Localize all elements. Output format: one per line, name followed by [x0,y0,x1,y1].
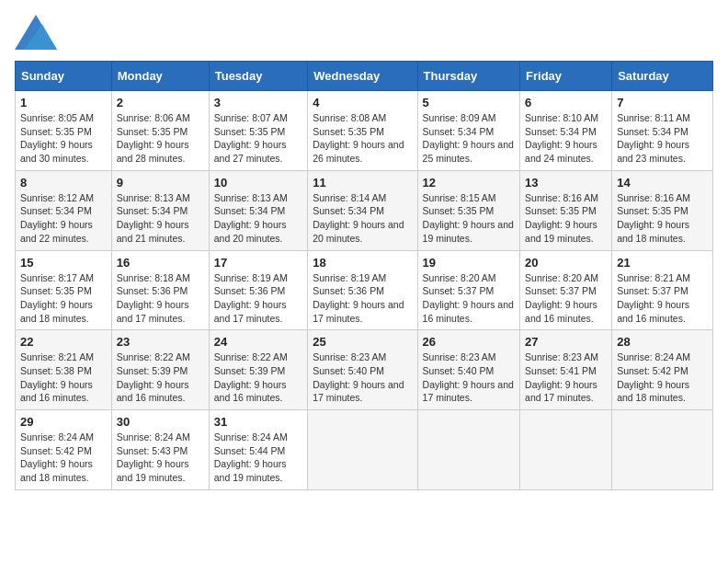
calendar-cell: 19 Sunrise: 8:20 AMSunset: 5:37 PMDaylig… [417,250,519,330]
day-number: 4 [313,96,412,109]
calendar-cell: 24 Sunrise: 8:22 AMSunset: 5:39 PMDaylig… [209,330,308,410]
day-detail: Sunrise: 8:18 AMSunset: 5:36 PMDaylight:… [117,272,190,324]
calendar-cell: 21 Sunrise: 8:21 AMSunset: 5:37 PMDaylig… [612,250,713,330]
header-cell-tuesday: Tuesday [209,62,308,91]
header-cell-friday: Friday [520,62,612,91]
calendar-cell: 17 Sunrise: 8:19 AMSunset: 5:36 PMDaylig… [209,250,308,330]
calendar-cell: 1 Sunrise: 8:05 AMSunset: 5:35 PMDayligh… [16,91,112,171]
calendar-cell: 23 Sunrise: 8:22 AMSunset: 5:39 PMDaylig… [111,330,209,410]
day-number: 9 [117,176,204,190]
calendar-cell: 5 Sunrise: 8:09 AMSunset: 5:34 PMDayligh… [417,91,519,171]
day-detail: Sunrise: 8:16 AMSunset: 5:35 PMDaylight:… [525,192,598,244]
day-detail: Sunrise: 8:19 AMSunset: 5:36 PMDaylight:… [313,272,404,324]
day-number: 7 [617,96,708,109]
day-number: 23 [117,335,204,349]
calendar-cell: 14 Sunrise: 8:16 AMSunset: 5:35 PMDaylig… [612,170,713,250]
day-number: 13 [525,176,607,190]
calendar-cell: 13 Sunrise: 8:16 AMSunset: 5:35 PMDaylig… [520,170,612,250]
day-number: 14 [617,176,708,190]
calendar-cell: 2 Sunrise: 8:06 AMSunset: 5:35 PMDayligh… [111,91,209,171]
day-number: 27 [525,335,607,349]
calendar-cell: 9 Sunrise: 8:13 AMSunset: 5:34 PMDayligh… [111,170,209,250]
calendar-header-row: SundayMondayTuesdayWednesdayThursdayFrid… [16,62,713,91]
day-detail: Sunrise: 8:22 AMSunset: 5:39 PMDaylight:… [214,351,288,403]
day-number: 24 [214,335,303,349]
calendar-cell: 8 Sunrise: 8:12 AMSunset: 5:34 PMDayligh… [16,170,112,250]
calendar-cell: 20 Sunrise: 8:20 AMSunset: 5:37 PMDaylig… [520,250,612,330]
day-detail: Sunrise: 8:17 AMSunset: 5:35 PMDaylight:… [20,272,94,324]
day-number: 15 [20,256,107,270]
day-number: 17 [214,256,303,270]
day-detail: Sunrise: 8:24 AMSunset: 5:43 PMDaylight:… [117,431,190,483]
calendar-cell: 6 Sunrise: 8:10 AMSunset: 5:34 PMDayligh… [520,91,612,171]
day-number: 1 [20,96,107,109]
calendar-cell: 12 Sunrise: 8:15 AMSunset: 5:35 PMDaylig… [417,170,519,250]
calendar-cell: 31 Sunrise: 8:24 AMSunset: 5:44 PMDaylig… [209,410,308,490]
calendar-week-row: 1 Sunrise: 8:05 AMSunset: 5:35 PMDayligh… [16,91,713,171]
calendar-week-row: 29 Sunrise: 8:24 AMSunset: 5:42 PMDaylig… [16,410,713,490]
day-detail: Sunrise: 8:20 AMSunset: 5:37 PMDaylight:… [423,272,514,324]
day-number: 11 [313,176,412,190]
day-number: 10 [214,176,303,190]
day-detail: Sunrise: 8:23 AMSunset: 5:41 PMDaylight:… [525,351,598,403]
header-cell-thursday: Thursday [417,62,519,91]
calendar-cell: 10 Sunrise: 8:13 AMSunset: 5:34 PMDaylig… [209,170,308,250]
day-detail: Sunrise: 8:24 AMSunset: 5:42 PMDaylight:… [20,431,94,483]
day-detail: Sunrise: 8:12 AMSunset: 5:34 PMDaylight:… [20,192,94,244]
day-detail: Sunrise: 8:11 AMSunset: 5:34 PMDaylight:… [617,112,690,164]
day-number: 5 [423,96,515,109]
day-number: 30 [117,415,204,429]
calendar-cell: 15 Sunrise: 8:17 AMSunset: 5:35 PMDaylig… [16,250,112,330]
calendar-cell: 4 Sunrise: 8:08 AMSunset: 5:35 PMDayligh… [308,91,417,171]
day-number: 26 [423,335,515,349]
calendar-cell [308,410,417,490]
day-detail: Sunrise: 8:21 AMSunset: 5:38 PMDaylight:… [20,351,94,403]
day-detail: Sunrise: 8:05 AMSunset: 5:35 PMDaylight:… [20,112,94,164]
day-number: 2 [117,96,204,109]
calendar-cell [520,410,612,490]
logo [15,15,61,50]
header-cell-saturday: Saturday [612,62,713,91]
day-number: 19 [423,256,515,270]
header-cell-sunday: Sunday [16,62,112,91]
day-number: 18 [313,256,412,270]
day-number: 16 [117,256,204,270]
day-detail: Sunrise: 8:10 AMSunset: 5:34 PMDaylight:… [525,112,598,164]
day-detail: Sunrise: 8:13 AMSunset: 5:34 PMDaylight:… [117,192,190,244]
calendar-cell: 16 Sunrise: 8:18 AMSunset: 5:36 PMDaylig… [111,250,209,330]
calendar-cell: 11 Sunrise: 8:14 AMSunset: 5:34 PMDaylig… [308,170,417,250]
header-cell-wednesday: Wednesday [308,62,417,91]
header [15,15,713,50]
day-number: 21 [617,256,708,270]
day-detail: Sunrise: 8:24 AMSunset: 5:42 PMDaylight:… [617,351,690,403]
calendar-cell [417,410,519,490]
calendar-week-row: 15 Sunrise: 8:17 AMSunset: 5:35 PMDaylig… [16,250,713,330]
calendar-cell: 30 Sunrise: 8:24 AMSunset: 5:43 PMDaylig… [111,410,209,490]
day-detail: Sunrise: 8:23 AMSunset: 5:40 PMDaylight:… [313,351,404,403]
day-number: 31 [214,415,303,429]
calendar-table: SundayMondayTuesdayWednesdayThursdayFrid… [15,61,713,490]
calendar-cell: 7 Sunrise: 8:11 AMSunset: 5:34 PMDayligh… [612,91,713,171]
day-number: 20 [525,256,607,270]
day-detail: Sunrise: 8:06 AMSunset: 5:35 PMDaylight:… [117,112,190,164]
day-number: 3 [214,96,303,109]
calendar-cell: 25 Sunrise: 8:23 AMSunset: 5:40 PMDaylig… [308,330,417,410]
day-detail: Sunrise: 8:23 AMSunset: 5:40 PMDaylight:… [423,351,514,403]
day-number: 22 [20,335,107,349]
calendar-cell: 29 Sunrise: 8:24 AMSunset: 5:42 PMDaylig… [16,410,112,490]
day-detail: Sunrise: 8:15 AMSunset: 5:35 PMDaylight:… [423,192,514,244]
day-number: 28 [617,335,708,349]
calendar-cell [612,410,713,490]
calendar-cell: 3 Sunrise: 8:07 AMSunset: 5:35 PMDayligh… [209,91,308,171]
calendar-week-row: 22 Sunrise: 8:21 AMSunset: 5:38 PMDaylig… [16,330,713,410]
logo-icon [15,15,57,50]
day-detail: Sunrise: 8:07 AMSunset: 5:35 PMDaylight:… [214,112,288,164]
day-number: 6 [525,96,607,109]
header-cell-monday: Monday [111,62,209,91]
day-number: 12 [423,176,515,190]
calendar-cell: 28 Sunrise: 8:24 AMSunset: 5:42 PMDaylig… [612,330,713,410]
day-detail: Sunrise: 8:22 AMSunset: 5:39 PMDaylight:… [117,351,190,403]
day-detail: Sunrise: 8:21 AMSunset: 5:37 PMDaylight:… [617,272,690,324]
day-detail: Sunrise: 8:13 AMSunset: 5:34 PMDaylight:… [214,192,288,244]
calendar-cell: 26 Sunrise: 8:23 AMSunset: 5:40 PMDaylig… [417,330,519,410]
